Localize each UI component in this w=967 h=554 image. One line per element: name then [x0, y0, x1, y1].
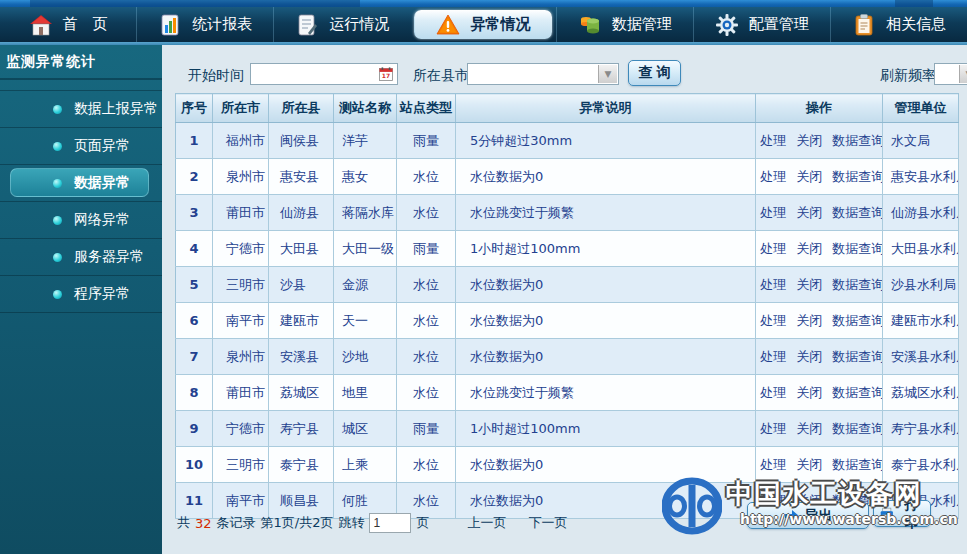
operations-cell: 处理 关闭 数据查询 [756, 339, 883, 375]
unit-cell: 仙游县水利局 [883, 195, 959, 231]
export-button[interactable]: 导出 [747, 502, 869, 529]
table-row: 9 宁德市 寿宁县 城区 雨量 1小时超过100mm 处理 关闭 数据查询 寿宁… [176, 411, 959, 447]
warning-icon [436, 13, 460, 37]
data-query-link[interactable]: 数据查询 [832, 133, 882, 148]
county-cell: 寿宁县 [269, 411, 334, 447]
county-cell: 仙游县 [269, 195, 334, 231]
next-page-link[interactable]: 下一页 [528, 514, 567, 532]
handle-link[interactable]: 处理 [760, 241, 786, 256]
refresh-rate-select[interactable]: ▼ [934, 63, 967, 85]
data-query-link[interactable]: 数据查询 [832, 349, 882, 364]
database-icon [578, 13, 602, 37]
prev-page-link[interactable]: 上一页 [467, 514, 506, 532]
operations-cell: 处理 关闭 数据查询 [756, 411, 883, 447]
header-index: 序号 [176, 94, 213, 123]
unit-cell: 安溪县水利局 [883, 339, 959, 375]
handle-link[interactable]: 处理 [760, 421, 786, 436]
bullet-icon [53, 142, 62, 151]
county-cell: 荔城区 [269, 375, 334, 411]
total-prefix: 共 [177, 514, 190, 532]
query-button[interactable]: 查 询 [628, 60, 681, 86]
calendar-icon[interactable]: 17 [379, 67, 393, 81]
handle-link[interactable]: 处理 [760, 133, 786, 148]
table-row: 8 莆田市 荔城区 地里 水位 水位跳变过于频繁 处理 关闭 数据查询 荔城区水… [176, 375, 959, 411]
type-cell: 雨量 [397, 123, 456, 159]
table-row: 4 宁德市 大田县 大田一级 雨量 1小时超过100mm 处理 关闭 数据查询 … [176, 231, 959, 267]
city-cell: 莆田市 [213, 375, 269, 411]
close-link[interactable]: 关闭 [796, 169, 822, 184]
city-cell: 泉州市 [213, 339, 269, 375]
nav-item-related-info[interactable]: 相关信息 [830, 7, 967, 42]
sidebar-item-program-abnormal[interactable]: 程序异常 [0, 276, 162, 313]
data-query-link[interactable]: 数据查询 [832, 205, 882, 220]
header-county: 所在县 [269, 94, 334, 123]
unit-cell: 沙县水利局 [883, 267, 959, 303]
table-row: 2 泉州市 惠安县 惠女 水位 水位数据为0 处理 关闭 数据查询 惠安县水利局 [176, 159, 959, 195]
close-link[interactable]: 关闭 [796, 133, 822, 148]
chevron-down-icon[interactable]: ▼ [959, 65, 967, 83]
unit-cell: 寿宁县水利局 [883, 411, 959, 447]
top-strip-segment [30, 0, 360, 7]
nav-item-abnormal[interactable]: 异常情况 [414, 10, 551, 39]
unit-cell: 大田县水利局 [883, 231, 959, 267]
sidebar-item-page-abnormal[interactable]: 页面异常 [0, 128, 162, 165]
row-index: 9 [176, 411, 213, 447]
jump-page-input[interactable] [369, 513, 411, 533]
data-query-link[interactable]: 数据查询 [832, 313, 882, 328]
data-query-link[interactable]: 数据查询 [832, 241, 882, 256]
type-cell: 水位 [397, 303, 456, 339]
handle-link[interactable]: 处理 [760, 313, 786, 328]
sidebar-item-network-abnormal[interactable]: 网络异常 [0, 202, 162, 239]
handle-link[interactable]: 处理 [760, 277, 786, 292]
table-row: 6 南平市 建瓯市 天一 水位 水位数据为0 处理 关闭 数据查询 建瓯市水利局 [176, 303, 959, 339]
close-link[interactable]: 关闭 [796, 205, 822, 220]
handle-link[interactable]: 处理 [760, 457, 786, 472]
main-nav: 首 页 统计报表 运行情况 [0, 7, 967, 42]
close-link[interactable]: 关闭 [796, 457, 822, 472]
description-cell: 水位数据为0 [456, 159, 756, 195]
data-query-link[interactable]: 数据查询 [832, 385, 882, 400]
close-link[interactable]: 关闭 [796, 385, 822, 400]
nav-item-home[interactable]: 首 页 [0, 7, 136, 42]
print-button[interactable]: 打印 [873, 500, 931, 527]
nav-item-run-status[interactable]: 运行情况 [273, 7, 410, 42]
clipboard-icon [852, 13, 876, 37]
chevron-down-icon[interactable]: ▼ [598, 65, 617, 83]
export-arrow-icon [784, 509, 800, 523]
sidebar-item-data-abnormal[interactable]: 数据异常 [0, 165, 162, 202]
operations-cell: 处理 关闭 数据查询 [756, 159, 883, 195]
station-cell: 沙地 [334, 339, 397, 375]
data-query-link[interactable]: 数据查询 [832, 421, 882, 436]
row-index: 6 [176, 303, 213, 339]
close-link[interactable]: 关闭 [796, 349, 822, 364]
row-index: 3 [176, 195, 213, 231]
type-cell: 水位 [397, 159, 456, 195]
county-select[interactable]: ▼ [467, 63, 619, 85]
nav-item-data-mgmt[interactable]: 数据管理 [556, 7, 693, 42]
nav-item-label: 运行情况 [329, 15, 389, 34]
data-query-link[interactable]: 数据查询 [832, 457, 882, 472]
sidebar-item-server-abnormal[interactable]: 服务器异常 [0, 239, 162, 276]
close-link[interactable]: 关闭 [796, 313, 822, 328]
county-cell: 安溪县 [269, 339, 334, 375]
bullet-icon [53, 216, 62, 225]
start-time-input[interactable]: 17 [250, 63, 398, 85]
data-query-link[interactable]: 数据查询 [832, 277, 882, 292]
nav-item-config[interactable]: 配置管理 [693, 7, 830, 42]
station-cell: 金源 [334, 267, 397, 303]
sidebar-item-data-report-abnormal[interactable]: 数据上报异常 [0, 90, 162, 128]
printer-icon [880, 507, 894, 521]
sidebar-menu: 数据上报异常 页面异常 数据异常 网络异常 服务器异常 程序异常 [0, 90, 162, 313]
close-link[interactable]: 关闭 [796, 277, 822, 292]
data-query-link[interactable]: 数据查询 [832, 169, 882, 184]
description-cell: 水位数据为0 [456, 447, 756, 483]
handle-link[interactable]: 处理 [760, 385, 786, 400]
handle-link[interactable]: 处理 [760, 205, 786, 220]
handle-link[interactable]: 处理 [760, 169, 786, 184]
handle-link[interactable]: 处理 [760, 349, 786, 364]
nav-item-reports[interactable]: 统计报表 [136, 7, 273, 42]
station-cell: 惠女 [334, 159, 397, 195]
row-index: 8 [176, 375, 213, 411]
close-link[interactable]: 关闭 [796, 421, 822, 436]
close-link[interactable]: 关闭 [796, 241, 822, 256]
